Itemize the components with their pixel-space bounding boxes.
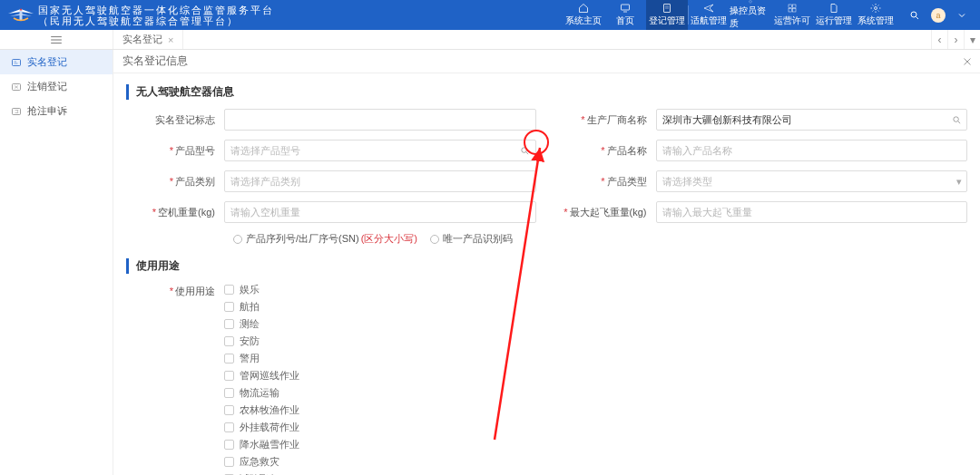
sidebar-toggle[interactable] [0, 30, 113, 49]
label-max-takeoff: *最大起飞重量(kg) [558, 206, 656, 219]
section-header-usage: 使用用途 [126, 258, 967, 274]
nav-label: 运行管理 [816, 15, 852, 27]
sidebar-item-trash[interactable]: 注销登记 [0, 74, 113, 99]
usage-checkbox[interactable]: 应急救灾 [224, 455, 299, 469]
nav-label: 系统主页 [565, 15, 602, 27]
usage-checkbox-list: 娱乐航拍测绘安防警用管网巡线作业物流运输农林牧渔作业外挂载荷作业降水融雪作业应急… [224, 283, 299, 475]
usage-checkbox[interactable]: 农林牧渔作业 [224, 403, 299, 417]
field-usage: *使用用途 娱乐航拍测绘安防警用管网巡线作业物流运输农林牧渔作业外挂载荷作业降水… [126, 283, 967, 475]
search-icon[interactable] [909, 10, 920, 21]
svg-rect-8 [789, 9, 792, 13]
usage-checkbox[interactable]: 管网巡线作业 [224, 369, 299, 383]
tab-close-icon[interactable]: × [168, 34, 173, 45]
sidebar-item-flag[interactable]: 抢注申诉 [0, 99, 113, 123]
svg-line-12 [916, 16, 919, 19]
tab-nav-controls: ‹ › ▾ [931, 30, 980, 49]
tab-prev-button[interactable]: ‹ [931, 30, 947, 49]
usage-checkbox[interactable]: 娱乐 [224, 283, 299, 296]
chevron-down-icon[interactable] [956, 10, 967, 21]
nav-item-plane[interactable]: 适航管理 [688, 0, 730, 30]
tab-label: 实名登记 [122, 33, 162, 46]
form-wrapper: 无人驾驶航空器信息 实名登记标志 *生产厂商名称 [113, 73, 980, 475]
field-product-type: *产品类型 ▾ [558, 170, 968, 192]
svg-marker-0 [20, 8, 23, 11]
product-model-search-icon[interactable] [514, 140, 536, 161]
section-header-info: 无人驾驶航空器信息 [126, 84, 967, 100]
nav-item-gear[interactable]: 系统管理 [855, 0, 897, 30]
sidebar-label: 注销登记 [27, 80, 67, 93]
svg-point-10 [875, 7, 877, 10]
user-avatar[interactable]: a [931, 8, 946, 23]
shield-icon [745, 0, 756, 4]
select-product-type[interactable] [656, 170, 968, 192]
field-product-category: *产品类别 [126, 170, 536, 192]
nav-item-grid[interactable]: 运营许可 [771, 0, 813, 30]
app-title-line2: （民用无人驾驶航空器综合管理平台） [38, 15, 274, 26]
field-manufacturer: *生产厂商名称 [558, 109, 968, 131]
checkbox-box-icon [224, 371, 234, 381]
logo-block: 国家无人驾驶航空器一体化综合监管服务平台 （民用无人驾驶航空器综合管理平台） [0, 5, 281, 26]
nav-label: 登记管理 [649, 15, 685, 27]
manufacturer-search-icon[interactable] [946, 109, 967, 131]
nav-label: 首页 [616, 15, 634, 27]
usage-option-label: 娱乐 [240, 283, 260, 296]
nav-item-monitor[interactable]: 首页 [604, 0, 646, 30]
svg-rect-7 [793, 5, 797, 8]
svg-point-25 [953, 116, 958, 121]
usage-checkbox[interactable]: 测绘 [224, 317, 299, 331]
file-icon [828, 3, 839, 14]
input-product-model[interactable] [224, 140, 536, 161]
tab-realname-register[interactable]: 实名登记 × [113, 30, 183, 49]
input-empty-weight[interactable] [224, 201, 536, 223]
usage-option-label: 应急救灾 [240, 455, 279, 469]
sidebar: 实名登记注销登记抢注申诉 [0, 50, 113, 475]
panel-close-icon[interactable] [962, 56, 973, 67]
svg-rect-6 [789, 5, 792, 8]
nav-item-file[interactable]: 运行管理 [813, 0, 855, 30]
tab-menu-button[interactable]: ▾ [964, 30, 980, 49]
home-icon [578, 3, 589, 14]
menu-icon [50, 35, 63, 44]
radio-uid[interactable]: 唯一产品识别码 [430, 232, 513, 246]
input-product-name[interactable] [656, 140, 968, 161]
select-product-category[interactable] [224, 170, 536, 192]
avatar-initial: a [936, 11, 940, 20]
label-manufacturer: *生产厂商名称 [558, 113, 656, 127]
panel-title-bar: 实名登记信息 [113, 50, 980, 73]
usage-checkbox[interactable]: 外挂载荷作业 [224, 421, 299, 434]
label-product-category: *产品类别 [126, 175, 224, 189]
top-header: 国家无人驾驶航空器一体化综合监管服务平台 （民用无人驾驶航空器综合管理平台） 系… [0, 0, 980, 30]
nav-label: 操控员资质 [730, 5, 771, 30]
usage-option-label: 管网巡线作业 [240, 369, 299, 383]
gear-icon [870, 3, 881, 14]
svg-point-11 [911, 12, 916, 17]
usage-checkbox[interactable]: 安防 [224, 334, 299, 348]
field-product-name: *产品名称 [558, 140, 968, 161]
label-usage: *使用用途 [126, 283, 224, 298]
sidebar-item-id[interactable]: 实名登记 [0, 50, 113, 74]
app-title-line1: 国家无人驾驶航空器一体化综合监管服务平台 [38, 5, 274, 15]
input-manufacturer[interactable] [656, 109, 968, 131]
usage-checkbox[interactable]: 降水融雪作业 [224, 438, 299, 451]
svg-rect-22 [13, 108, 21, 114]
checkbox-box-icon [224, 285, 234, 295]
usage-checkbox[interactable]: 警用 [224, 352, 299, 365]
usage-option-label: 降水融雪作业 [240, 438, 299, 451]
radio-sn[interactable]: 产品序列号/出厂序号(SN)(区分大小写) [233, 232, 417, 246]
svg-rect-1 [622, 5, 630, 10]
tab-next-button[interactable]: › [947, 30, 964, 49]
field-product-model: *产品型号 [126, 140, 536, 161]
usage-checkbox[interactable]: 物流运输 [224, 386, 299, 400]
input-max-takeoff[interactable] [656, 201, 968, 223]
trash-icon [11, 82, 22, 92]
usage-option-label: 测绘 [240, 317, 260, 331]
label-product-model: *产品型号 [126, 144, 224, 158]
checkbox-box-icon [224, 388, 234, 398]
nav-item-shield[interactable]: 操控员资质 [730, 0, 771, 30]
grid-icon [787, 3, 798, 14]
id-icon [11, 57, 22, 68]
nav-item-doc[interactable]: 登记管理 [646, 0, 688, 30]
nav-item-home[interactable]: 系统主页 [563, 0, 604, 30]
usage-checkbox[interactable]: 航拍 [224, 300, 299, 314]
content-area: 实名登记信息 无人驾驶航空器信息 实名登记标志 *生产厂商名称 [113, 50, 980, 475]
